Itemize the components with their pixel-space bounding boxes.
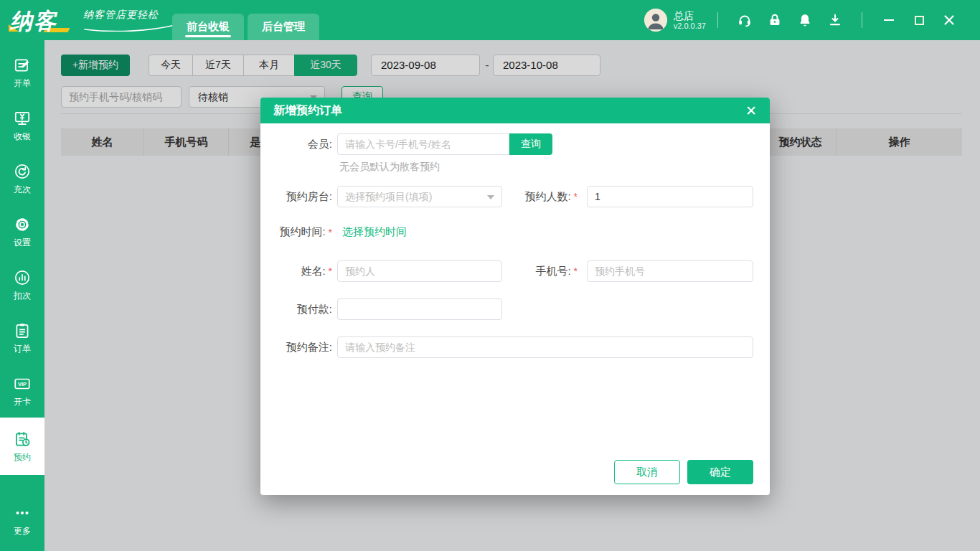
modal-footer: 取消 确定 bbox=[614, 460, 753, 484]
sidebar-item-more[interactable]: 更多 bbox=[0, 494, 44, 547]
store-info: 总店 v2.0.0.37 bbox=[674, 10, 706, 31]
sidebar-item-deduct-times[interactable]: 扣次 bbox=[0, 258, 44, 311]
reserver-name-input[interactable] bbox=[337, 260, 502, 282]
remark-input[interactable] bbox=[337, 336, 753, 358]
room-row: 预约房台: 选择预约项目(填项) 预约人数: * bbox=[263, 186, 753, 207]
sidebar-item-vip-card[interactable]: VIP 开卡 bbox=[0, 364, 44, 418]
chevron-down-icon bbox=[487, 195, 494, 199]
active-tab-underline bbox=[185, 35, 231, 37]
time-label: 预约时间: * bbox=[263, 225, 337, 239]
maximize-icon[interactable] bbox=[912, 13, 926, 27]
sidebar-item-recharge-times[interactable]: 充次 bbox=[0, 152, 44, 205]
people-label: 预约人数: * bbox=[502, 190, 578, 204]
modal-header: 新增预约订单 ✕ bbox=[260, 98, 770, 123]
separator bbox=[862, 12, 862, 28]
deduct-icon bbox=[13, 268, 32, 287]
orders-icon bbox=[13, 321, 32, 340]
app-version: v2.0.0.37 bbox=[674, 22, 706, 31]
cashier-icon bbox=[13, 109, 32, 128]
separator bbox=[717, 12, 718, 28]
prepay-input[interactable] bbox=[337, 298, 502, 320]
logo-text: 纳客 bbox=[10, 6, 57, 37]
close-window-icon[interactable] bbox=[942, 13, 956, 27]
store-name: 总店 bbox=[674, 10, 706, 22]
sidebar-item-reservation[interactable]: 预约 bbox=[0, 418, 44, 475]
required-asterisk: * bbox=[574, 265, 578, 277]
new-reservation-modal: 新增预约订单 ✕ 会员: 查询 无会员默认为散客预约 预约房台: 选择预约项目(… bbox=[260, 98, 770, 495]
required-asterisk: * bbox=[329, 227, 332, 238]
choose-time-link[interactable]: 选择预约时间 bbox=[342, 225, 407, 239]
topbar-right: 总店 v2.0.0.37 bbox=[644, 0, 980, 40]
more-icon bbox=[13, 504, 32, 522]
prepay-label: 预付款: bbox=[263, 303, 337, 316]
remark-row: 预约备注: bbox=[263, 336, 753, 358]
topbar: 纳客 纳客管店更轻松 前台收银 后台管理 bbox=[0, 0, 980, 40]
people-count-input[interactable] bbox=[587, 186, 753, 207]
name-label: 姓名: * bbox=[263, 265, 337, 278]
tab-front-cashier[interactable]: 前台收银 bbox=[172, 14, 244, 40]
sidebar-item-cashier[interactable]: 收银 bbox=[0, 99, 44, 152]
room-select[interactable]: 选择预约项目(填项) bbox=[337, 186, 502, 207]
settings-icon bbox=[13, 215, 32, 234]
sidebar-item-billing[interactable]: 开单 bbox=[0, 46, 44, 99]
name-row: 姓名: * 手机号: * bbox=[263, 260, 753, 282]
room-label: 预约房台: bbox=[263, 190, 337, 204]
avatar[interactable] bbox=[644, 9, 667, 32]
slogan: 纳客管店更轻松 bbox=[83, 9, 180, 32]
member-hint: 无会员默认为散客预约 bbox=[339, 161, 440, 174]
logo: 纳客 bbox=[0, 0, 77, 40]
minimize-icon[interactable] bbox=[882, 13, 896, 27]
prepay-row: 预付款: bbox=[263, 298, 502, 320]
close-icon[interactable]: ✕ bbox=[745, 104, 757, 118]
reserver-phone-input[interactable] bbox=[587, 260, 753, 282]
customer-service-icon[interactable] bbox=[737, 12, 753, 28]
bill-icon bbox=[13, 56, 32, 75]
user-avatar-icon bbox=[644, 9, 667, 32]
member-row: 会员: 查询 bbox=[263, 133, 552, 155]
slogan-underline-icon bbox=[83, 23, 179, 32]
remark-label: 预约备注: bbox=[263, 341, 337, 354]
lock-icon[interactable] bbox=[767, 12, 783, 28]
cancel-button[interactable]: 取消 bbox=[614, 460, 680, 484]
tab-backend-management[interactable]: 后台管理 bbox=[248, 14, 319, 40]
recharge-icon bbox=[13, 162, 32, 181]
sidebar-item-orders[interactable]: 订单 bbox=[0, 311, 44, 364]
member-label: 会员: bbox=[263, 138, 337, 151]
svg-text:VIP: VIP bbox=[18, 381, 27, 387]
reservation-icon bbox=[13, 430, 32, 448]
download-icon[interactable] bbox=[827, 12, 843, 28]
sidebar: 开单 收银 充次 设置 bbox=[0, 40, 44, 551]
phone-label: 手机号: * bbox=[502, 265, 578, 278]
required-asterisk: * bbox=[329, 265, 332, 277]
confirm-button[interactable]: 确定 bbox=[687, 460, 753, 484]
app-window: 纳客 纳客管店更轻松 前台收银 后台管理 bbox=[0, 0, 980, 551]
required-asterisk: * bbox=[574, 191, 578, 202]
main-tabs: 前台收银 后台管理 bbox=[172, 14, 319, 40]
modal-title: 新增预约订单 bbox=[273, 103, 342, 118]
bell-icon[interactable] bbox=[797, 12, 813, 28]
sidebar-item-settings[interactable]: 设置 bbox=[0, 205, 44, 258]
vip-card-icon: VIP bbox=[13, 375, 32, 393]
member-query-button[interactable]: 查询 bbox=[509, 133, 552, 155]
time-row: 预约时间: * 选择预约时间 bbox=[263, 225, 407, 239]
member-search-input[interactable] bbox=[337, 133, 509, 155]
